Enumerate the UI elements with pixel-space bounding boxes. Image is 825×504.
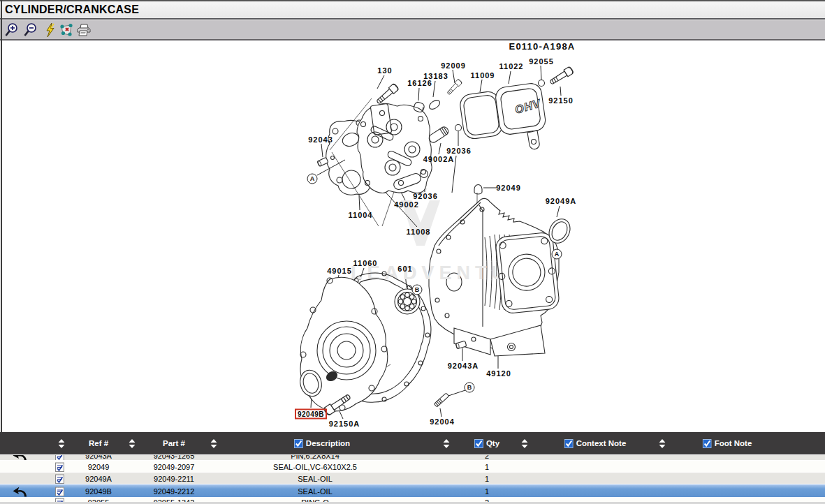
cell-ref: 92049A (78, 473, 119, 484)
cell-part: 92043-1265 (145, 454, 203, 460)
title-bar: CYLINDER/CRANKCASE (0, 0, 825, 20)
column-header-qty[interactable]: Qty (474, 432, 499, 454)
cell-context (500, 473, 825, 484)
row-select-arrow-icon[interactable] (0, 454, 41, 460)
cell-desc: SEAL-OIL,VC-6X10X2.5 (218, 461, 412, 472)
part-label-92049A[interactable]: 92049A (546, 197, 577, 205)
sort-toggle[interactable] (59, 432, 65, 454)
ref-circle-B: B (412, 285, 423, 295)
part-label-49002A[interactable]: 49002A (423, 155, 455, 163)
part-label-49002[interactable]: 49002 (394, 200, 419, 209)
cell-gap (119, 473, 145, 484)
row-doc-icon[interactable] (41, 461, 78, 472)
part-label-92043[interactable]: 92043 (308, 135, 333, 144)
cell-desc: SEAL-OIL (218, 473, 412, 484)
ref-circle-A: A (307, 174, 318, 184)
cell-context (500, 485, 825, 497)
cell-gap (412, 485, 474, 497)
row-doc-icon[interactable] (41, 485, 78, 497)
cell-gap (412, 473, 474, 484)
table-row-92043A[interactable]: 92043A92043-1265PIN,6.2X8X142 (0, 454, 825, 460)
cell-gap (412, 461, 474, 472)
column-header-ref[interactable]: Ref # (89, 432, 108, 454)
row-select-arrow-icon[interactable] (0, 485, 41, 497)
sort-toggle[interactable] (522, 432, 528, 454)
row-doc-icon[interactable] (41, 454, 78, 460)
cell-part: 92049-2097 (145, 461, 203, 472)
part-label-92049[interactable]: 92049 (496, 184, 521, 192)
left-border-line (1, 0, 2, 432)
cell-gap (203, 485, 218, 497)
hotspots-icon[interactable] (59, 22, 74, 38)
part-label-92150A[interactable]: 92150A (329, 420, 360, 428)
cell-gap (119, 461, 145, 472)
part-label-92036[interactable]: 92036 (413, 192, 438, 200)
part-label-92036[interactable]: 92036 (446, 147, 472, 155)
cell-gap (119, 454, 145, 460)
column-checkbox-foot-note[interactable] (703, 439, 712, 448)
column-checkbox-description[interactable] (294, 439, 303, 448)
toolbar (0, 20, 825, 40)
column-checkbox-context-note[interactable] (564, 439, 574, 448)
part-label-130[interactable]: 130 (377, 66, 392, 75)
cell-context (500, 461, 825, 472)
ref-circle-B: B (465, 383, 475, 393)
diagram-canvas[interactable]: LEADVENTURE (0, 40, 825, 432)
cell-part: 92049-2211 (145, 473, 203, 484)
cell-gap (412, 454, 474, 460)
part-label-92004[interactable]: 92004 (430, 417, 455, 426)
part-label-49015[interactable]: 49015 (327, 267, 352, 275)
cell-gap (203, 461, 218, 472)
part-label-11022[interactable]: 11022 (499, 62, 524, 71)
parts-catalog-window: CYLINDER/CRANKCASE (0, 0, 825, 504)
cell-gap (203, 473, 218, 484)
row-arrow-slot (0, 461, 41, 472)
table-row-92049A[interactable]: 92049A92049-2211SEAL-OIL1 (0, 472, 825, 484)
part-label-92043A[interactable]: 92043A (448, 362, 479, 370)
cell-qty: 1 (474, 461, 500, 472)
part-label-92150[interactable]: 92150 (548, 96, 574, 105)
cell-desc: SEAL-OIL (218, 485, 412, 497)
cell-context (500, 454, 825, 460)
cell-gap (203, 454, 218, 460)
cell-part: 92049-2212 (145, 485, 203, 497)
zoom-out-icon[interactable] (23, 22, 38, 38)
column-header-part[interactable]: Part # (163, 432, 185, 454)
part-label-92009[interactable]: 92009 (441, 61, 466, 70)
column-header-description[interactable]: Description (294, 432, 350, 454)
part-label-11060[interactable]: 11060 (353, 259, 378, 267)
table-row-92049B-selected[interactable]: 92049B92049-2212SEAL-OIL1 (0, 484, 825, 497)
part-label-11008[interactable]: 11008 (407, 228, 431, 236)
row-arrow-slot (0, 473, 41, 484)
column-header-foot-note[interactable]: Foot Note (703, 432, 752, 454)
page-title: CYLINDER/CRANKCASE (5, 3, 139, 16)
part-label-13183[interactable]: 13183 (423, 72, 448, 80)
part-label-92055[interactable]: 92055 (529, 57, 554, 66)
zoom-in-icon[interactable] (4, 22, 20, 38)
cell-qty: 1 (474, 473, 500, 484)
part-label-11009[interactable]: 11009 (471, 71, 495, 80)
sort-toggle[interactable] (659, 432, 666, 454)
cell-qty: 2 (474, 454, 500, 460)
print-icon[interactable] (76, 22, 92, 38)
diagram-code: E0110-A198A (509, 41, 576, 52)
part-label-601[interactable]: 601 (397, 265, 412, 273)
cell-ref: 92049B (78, 485, 119, 497)
table-row-92049[interactable]: 9204992049-2097SEAL-OIL,VC-6X10X2.51 (0, 460, 825, 472)
cell-qty: 1 (474, 485, 500, 497)
row-doc-icon[interactable] (41, 473, 78, 484)
cell-desc: PIN,6.2X8X14 (218, 454, 412, 460)
table-header: Ref #Part #DescriptionQtyContext NoteFoo… (0, 432, 825, 454)
part-label-11004[interactable]: 11004 (349, 211, 373, 219)
flash-icon[interactable] (43, 22, 58, 38)
part-label-49120[interactable]: 49120 (486, 369, 511, 378)
sort-toggle[interactable] (444, 432, 450, 454)
column-header-context-note[interactable]: Context Note (564, 432, 627, 454)
column-checkbox-qty[interactable] (474, 439, 483, 448)
parts-table: Ref #Part #DescriptionQtyContext NoteFoo… (0, 432, 825, 504)
sort-toggle[interactable] (211, 432, 217, 454)
ref-circle-A: A (552, 249, 562, 260)
cell-ref: 92043A (78, 454, 119, 460)
sort-toggle[interactable] (129, 432, 136, 454)
part-label-92049B[interactable]: 92049B (295, 409, 327, 420)
